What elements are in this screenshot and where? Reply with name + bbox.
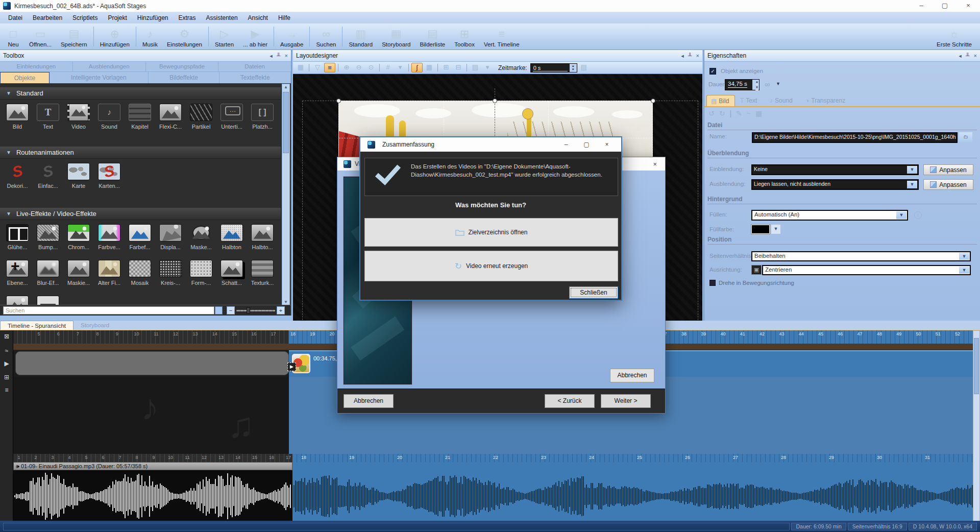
menu-datei[interactable]: Datei: [3, 12, 28, 23]
toolbar-ab-hier-button[interactable]: ▶... ab hier: [238, 25, 272, 49]
layers-icon[interactable]: ≡: [0, 386, 13, 394]
tab-sound[interactable]: ♪Sound: [766, 95, 800, 106]
spinner-arrows-icon[interactable]: ▲▼: [752, 80, 759, 90]
toolbox-item-flexic[interactable]: Flexi-C...: [155, 102, 186, 135]
rotate-left-icon[interactable]: ↺: [708, 109, 715, 117]
collapse-icon[interactable]: ◂: [681, 53, 684, 59]
toolbox-tab-texteffekte[interactable]: Texteffekte: [219, 72, 291, 83]
toolbox-tab-bewegungspfade[interactable]: Bewegungspfade: [146, 62, 219, 71]
pin-icon[interactable]: ╨: [688, 53, 692, 59]
toolbar-vert-timeline-button[interactable]: ≡Vert. Timeline: [479, 25, 524, 49]
empty-track-segment[interactable]: [15, 351, 289, 375]
tab-storyboard[interactable]: Storyboard: [74, 321, 116, 330]
icon-size-slider[interactable]: [236, 310, 275, 311]
zoom-out-icon[interactable]: ⊖: [353, 63, 364, 72]
toolbar-musik-button[interactable]: ♪Musik: [138, 25, 162, 49]
wave-icon[interactable]: ≈: [0, 347, 13, 354]
toolbox-item-chrom[interactable]: Chrom...: [63, 222, 94, 256]
close-panel-icon[interactable]: ×: [285, 53, 288, 59]
vertical-scrollbar[interactable]: [973, 330, 980, 522]
link-icon[interactable]: ∞: [765, 80, 770, 88]
camera-icon[interactable]: ▦: [755, 109, 762, 117]
chevron-down-icon[interactable]: ▼: [896, 211, 906, 219]
drehe-checkbox[interactable]: [709, 280, 716, 286]
tab-text[interactable]: TText: [736, 95, 765, 106]
toolbox-item-partial[interactable]: [2, 294, 33, 305]
scrollbar-thumb[interactable]: [974, 338, 979, 394]
rotate-right-icon[interactable]: ↻: [719, 109, 725, 117]
pin-icon[interactable]: ╨: [966, 53, 970, 59]
chevron-down-icon[interactable]: ▼: [959, 253, 969, 260]
minimize-icon[interactable]: –: [556, 138, 576, 151]
toolbox-tab-einblendungen[interactable]: Einblendungen: [0, 62, 73, 71]
chevron-down-icon[interactable]: ▼: [771, 225, 780, 234]
track-play-icon[interactable]: ▶: [0, 360, 13, 367]
menu-ansicht[interactable]: Ansicht: [243, 12, 273, 23]
save-icon[interactable]: ▤: [578, 63, 590, 72]
zoom-in-button[interactable]: +: [277, 306, 285, 315]
grid-icon[interactable]: ▦: [295, 63, 306, 72]
wizard-next-button[interactable]: Weiter >: [601, 394, 651, 408]
erste-schritte-button[interactable]: ☼Erste Schritte: [930, 25, 978, 49]
razor-icon[interactable]: ⊠: [0, 333, 13, 340]
menu-hinzufügen[interactable]: Hinzufügen: [132, 12, 174, 23]
toolbox-item-partial[interactable]: [33, 294, 63, 305]
name-field[interactable]: D:\Eigene Bilder\Hilde\Kirmesbesuch\2015…: [752, 132, 958, 143]
selection-handle[interactable]: [336, 99, 341, 103]
toolbox-item-ebene[interactable]: Ebene...: [2, 258, 33, 292]
track-type-icon[interactable]: ▶: [287, 362, 296, 371]
chart-icon[interactable]: ▤: [470, 63, 481, 72]
toolbar-speichern-button[interactable]: ▤Speichern: [56, 25, 92, 49]
add-icon[interactable]: ⊞: [440, 63, 452, 72]
toolbar-bilderliste-button[interactable]: ▤Bilderliste: [415, 25, 450, 49]
ausrichtung-dropdown[interactable]: Zentrieren ▼: [762, 265, 971, 275]
chevron-down-icon[interactable]: ▾: [482, 63, 493, 72]
selection-handle[interactable]: [651, 99, 655, 103]
toolbox-item-platzh[interactable]: [ ]Platzh...: [247, 102, 278, 135]
toolbar-einstellungen-button[interactable]: ⚙Einstellungen: [162, 25, 207, 49]
zoom-out-button[interactable]: −: [227, 306, 235, 315]
toolbox-item-halbton[interactable]: Halbton: [216, 222, 247, 256]
fill-color-swatch[interactable]: [751, 225, 770, 234]
toolbox-tab-bildeffekte[interactable]: Bildeffekte: [149, 72, 220, 83]
toolbox-scrollbar[interactable]: ▲ ▼: [282, 84, 290, 305]
add-track-icon[interactable]: ⊞: [0, 374, 13, 381]
schliessen-button[interactable]: Schließen: [569, 286, 618, 299]
close-icon[interactable]: ×: [597, 138, 617, 151]
toolbox-tab-objekte[interactable]: Objekte: [0, 72, 50, 83]
toolbox-item-partikel[interactable]: Partikel: [186, 102, 216, 135]
search-input[interactable]: [3, 306, 214, 315]
pin-icon[interactable]: ╨: [277, 53, 281, 59]
audio-track[interactable]: 🕪 01-09- Einaudi Passagio.mp3 (Dauer: 05…: [13, 462, 977, 470]
tab-bild[interactable]: ▤Bild: [706, 95, 735, 106]
menu-scriptlets[interactable]: Scriptlets: [67, 12, 103, 23]
remove-icon[interactable]: ⊟: [453, 63, 464, 72]
toolbox-item-kreis[interactable]: Kreis-...: [155, 258, 186, 292]
zoom-fit-icon[interactable]: ⊙: [365, 63, 377, 72]
close-panel-icon[interactable]: ×: [696, 53, 699, 59]
zoom-in-icon[interactable]: ⊕: [341, 63, 352, 72]
wizard-back-button[interactable]: < Zurück: [545, 394, 595, 408]
toolbar-suchen-button[interactable]: ∞Suchen: [311, 25, 340, 49]
close-icon[interactable]: ×: [648, 160, 662, 168]
chevron-down-icon[interactable]: ▼: [776, 81, 780, 86]
selection-handle[interactable]: [493, 99, 497, 103]
minimize-icon[interactable]: –: [910, 0, 933, 12]
toolbar-hinzufuegen-button[interactable]: ⊕Hinzufügen: [95, 25, 134, 49]
maximize-icon[interactable]: ▢: [933, 0, 957, 12]
toolbox-item-displa[interactable]: Displa...: [155, 222, 186, 256]
ausblendung-dropdown[interactable]: Liegen lassen, nicht ausblenden ▼: [751, 179, 919, 190]
chevron-down-icon[interactable]: ▼: [959, 267, 969, 274]
toolbox-item-maskie[interactable]: Maskie...: [63, 258, 94, 292]
toolbox-item-glhe[interactable]: Glühe...: [2, 222, 33, 256]
tab-transparenz[interactable]: ◑Transparenz: [801, 95, 859, 106]
toolbox-item-kapitel[interactable]: Kapitel: [125, 102, 155, 135]
toolbox-item-mosaik[interactable]: Mosaik: [125, 258, 155, 292]
toolbox-item-farbef[interactable]: Farbef...: [125, 222, 155, 256]
toolbox-item-sound[interactable]: ♪Sound: [94, 102, 125, 135]
toolbox-item-maske[interactable]: Maske...: [186, 222, 216, 256]
toolbox-tab-dateien[interactable]: Dateien: [218, 62, 291, 71]
toolbox-item-bump[interactable]: Bump...: [33, 222, 63, 256]
toolbar-ausgabe-button[interactable]: →Ausgabe: [276, 25, 308, 49]
path-tool-icon[interactable]: ∫: [411, 63, 423, 72]
